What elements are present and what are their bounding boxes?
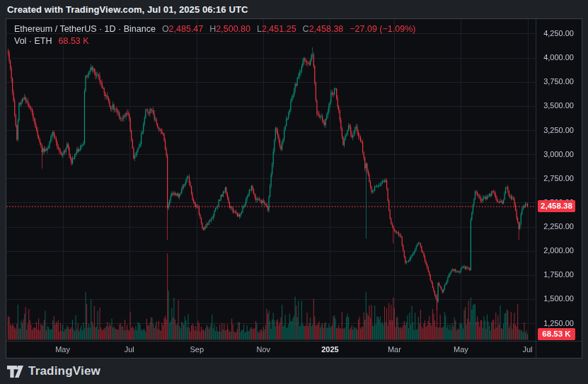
change-value: −27.09 (−1.09%) [350, 23, 415, 35]
ohlc-low: L2,451.25 [257, 23, 296, 35]
time-axis-tick: Sep [190, 345, 204, 354]
price-axis-tick: 2,000.00 [543, 246, 574, 255]
price-axis-tick: 3,250.00 [543, 126, 574, 135]
time-axis-tick: May [454, 345, 468, 354]
time-axis-tick: Jul [522, 345, 532, 354]
price-axis-tick: 3,750.00 [543, 77, 574, 86]
ohlc-high: H2,500.80 [209, 23, 250, 35]
volume-row: Vol · ETH 68.53 K [14, 35, 415, 47]
price-axis-tick: 1,250.00 [543, 319, 574, 328]
attribution-text: Created with TradingView.com, Jul 01, 20… [7, 4, 248, 15]
volume-badge: 68.53 K [538, 328, 575, 340]
tradingview-brand-text: TradingView [28, 364, 100, 378]
time-axis-tick: Mar [388, 345, 401, 354]
price-axis-tick: 1,500.00 [543, 294, 574, 303]
price-axis-tick: 3,000.00 [543, 150, 574, 159]
ohlc-close: C2,458.38 [303, 23, 344, 35]
price-axis-tick: 2,750.00 [543, 174, 574, 183]
price-axis[interactable]: 2,458.38 68.53 K 4,250.004,000.003,750.0… [536, 19, 582, 358]
last-price-badge: 2,458.38 [538, 200, 575, 212]
ohlc-open: O2,485.47 [162, 23, 203, 35]
volume-label: Vol · ETH [14, 35, 52, 47]
time-axis-tick: Jul [125, 345, 134, 354]
price-axis-tick: 2,250.00 [543, 222, 574, 231]
time-axis-tick: Nov [257, 345, 271, 354]
price-axis-tick: 3,500.00 [543, 101, 574, 110]
price-axis-tick: 4,000.00 [543, 53, 574, 62]
chart-legend: Ethereum / TetherUS · 1D · Binance O2,48… [14, 23, 415, 47]
symbol-row: Ethereum / TetherUS · 1D · Binance O2,48… [14, 23, 415, 35]
time-axis-tick: 2025 [321, 345, 338, 354]
volume-value: 68.53 K [59, 35, 89, 47]
tradingview-logo-icon [7, 365, 23, 378]
time-axis[interactable]: MayJulSepNov2025MarMayJul [6, 341, 582, 359]
symbol-title: Ethereum / TetherUS · 1D · Binance [14, 23, 156, 35]
price-axis-tick: 4,250.00 [543, 29, 574, 38]
chart-frame: Ethereum / TetherUS · 1D · Binance O2,48… [6, 18, 582, 359]
time-axis-tick: May [55, 345, 70, 354]
attribution-bar: Created with TradingView.com, Jul 01, 20… [7, 0, 248, 18]
tradingview-attribution[interactable]: TradingView [7, 361, 100, 381]
price-axis-tick: 1,750.00 [543, 270, 574, 279]
candlestick-chart-canvas[interactable] [6, 19, 582, 358]
